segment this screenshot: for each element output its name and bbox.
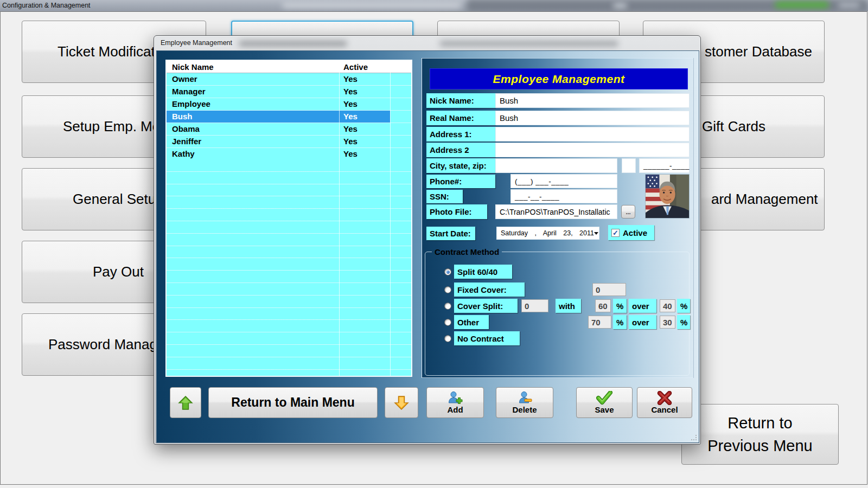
- radio-other[interactable]: [444, 319, 451, 326]
- photo-file-input[interactable]: C:\TranPOS\TranPOS_Installatic: [495, 204, 617, 219]
- cover-split-label: Cover Split:: [454, 299, 518, 313]
- bg-button-label: Return to Previous Menu: [698, 412, 822, 457]
- delete-button[interactable]: Delete: [496, 387, 553, 418]
- panel-banner-title: Employee Management: [493, 73, 625, 86]
- employee-photo-image: [646, 175, 689, 218]
- cell-nick-name: Jeniffer: [172, 137, 201, 146]
- bg-button-label: Password Manage: [22, 336, 165, 353]
- list-row[interactable]: Owner Yes: [167, 73, 411, 86]
- real-name-label: Real Name:: [426, 111, 495, 125]
- active-checkbox-group[interactable]: ✓ Active: [608, 225, 654, 240]
- photo-browse-button[interactable]: ...: [621, 205, 635, 219]
- cell-active: Yes: [343, 74, 358, 84]
- scroll-up-button[interactable]: [170, 387, 201, 418]
- cover-split-base-input[interactable]: 0: [521, 299, 548, 312]
- photo-file-label: Photo File:: [426, 204, 487, 219]
- bg-button-label: Ticket Modificatio: [22, 43, 166, 60]
- address1-label: Address 1:: [426, 127, 495, 142]
- cell-nick-name: Owner: [172, 74, 197, 84]
- list-row[interactable]: Manager Yes: [167, 86, 411, 98]
- dialog-titlebar[interactable]: Employee Management: [155, 36, 700, 50]
- active-checkbox[interactable]: ✓: [611, 229, 620, 237]
- cover-split-pct1-input[interactable]: 60: [595, 299, 611, 312]
- address1-input[interactable]: [495, 127, 690, 142]
- state-input[interactable]: [622, 158, 636, 173]
- percent-label: %: [613, 315, 627, 329]
- employee-form-panel: Employee Management Nick Name: Bush Real…: [422, 58, 694, 378]
- radio-split-60-40[interactable]: [444, 268, 451, 275]
- button-label: Delete: [512, 405, 537, 414]
- resize-grip[interactable]: [691, 434, 697, 441]
- start-date-value: Saturday , April 23, 2011: [501, 229, 594, 237]
- ssn-label: SSN:: [426, 190, 463, 203]
- start-date-picker[interactable]: Saturday , April 23, 2011: [496, 227, 599, 240]
- column-header-active[interactable]: Active: [343, 62, 368, 72]
- address2-input[interactable]: [495, 143, 690, 157]
- address2-label: Address 2: [426, 143, 495, 157]
- cancel-button[interactable]: Cancel: [637, 387, 692, 418]
- add-button[interactable]: Add: [426, 387, 484, 418]
- list-row[interactable]: Obama Yes: [167, 123, 411, 136]
- cover-split-pct2-input[interactable]: 40: [660, 299, 675, 312]
- employee-list[interactable]: Nick Name Active Owner Yes Manager Yes E…: [165, 60, 412, 377]
- cell-nick-name: Kathy: [172, 149, 195, 158]
- dialog-client-area: Nick Name Active Owner Yes Manager Yes E…: [156, 50, 699, 443]
- cell-nick-name: Employee: [172, 99, 210, 108]
- cell-nick-name: Bush: [172, 112, 193, 121]
- city-input[interactable]: [495, 158, 617, 173]
- bg-button-label: Setup Emp. Mer: [22, 118, 165, 135]
- fixed-cover-label: Fixed Cover:: [454, 282, 525, 297]
- scroll-down-button[interactable]: [385, 387, 418, 418]
- fixed-cover-input[interactable]: 0: [592, 283, 626, 296]
- list-row[interactable]: Jeniffer Yes: [167, 136, 411, 148]
- other-pct1-input[interactable]: 70: [588, 316, 611, 329]
- list-header: Nick Name Active: [167, 61, 411, 73]
- return-to-main-menu-button[interactable]: Return to Main Menu: [208, 387, 378, 418]
- radio-no-contract[interactable]: [444, 335, 451, 342]
- cell-active: Yes: [343, 137, 358, 146]
- button-label: Return to Main Menu: [231, 395, 354, 410]
- percent-label: %: [677, 315, 690, 329]
- cancel-x-icon: [657, 391, 672, 405]
- bg-button-label: Gift Cards: [702, 118, 765, 135]
- split-60-40-label: Split 60/40: [454, 265, 512, 279]
- radio-fixed-cover[interactable]: [444, 286, 451, 293]
- list-row[interactable]: Employee Yes: [167, 98, 411, 111]
- dropdown-arrow-icon[interactable]: [594, 232, 598, 235]
- glass-blur-artifact: [613, 3, 627, 8]
- button-label: Add: [447, 405, 463, 414]
- other-label: Other: [454, 315, 489, 329]
- active-label: Active: [623, 228, 647, 237]
- button-label: Cancel: [651, 405, 678, 414]
- percent-label: %: [677, 299, 690, 313]
- delete-user-icon: [518, 391, 532, 405]
- nick-name-input[interactable]: Bush: [495, 93, 690, 108]
- glass-blur-artifact: [775, 2, 829, 8]
- list-empty-area: [167, 159, 411, 376]
- save-check-icon: [596, 391, 612, 405]
- zip-input[interactable]: ______-____: [639, 158, 690, 173]
- glass-blur-artifact: [239, 41, 347, 47]
- cell-active: Yes: [343, 112, 358, 121]
- radio-cover-split[interactable]: [444, 303, 451, 310]
- add-user-icon: [448, 391, 463, 405]
- checkmark-icon: ✓: [612, 229, 618, 237]
- cell-active: Yes: [343, 124, 358, 133]
- app-titlebar: Configuration & Management: [0, 0, 868, 11]
- other-pct2-input[interactable]: 30: [660, 316, 675, 329]
- column-header-nick-name[interactable]: Nick Name: [172, 62, 214, 72]
- glass-blur-artifact: [838, 2, 860, 8]
- real-name-input[interactable]: Bush: [495, 111, 690, 125]
- button-label: Save: [595, 405, 614, 414]
- glass-blur-artifact: [282, 3, 461, 8]
- list-row[interactable]: Kathy Yes: [167, 148, 411, 160]
- phone-input[interactable]: (___) ___-____: [510, 174, 617, 188]
- ssn-input[interactable]: ___-__-____: [510, 189, 617, 203]
- list-row-selected[interactable]: Bush Yes: [167, 111, 411, 123]
- cell-nick-name: Manager: [172, 87, 206, 96]
- up-arrow-icon: [178, 395, 193, 410]
- cell-nick-name: Obama: [172, 124, 200, 133]
- save-button[interactable]: Save: [576, 387, 633, 418]
- return-to-previous-menu-button[interactable]: Return to Previous Menu: [681, 404, 839, 465]
- cell-active: Yes: [343, 149, 358, 158]
